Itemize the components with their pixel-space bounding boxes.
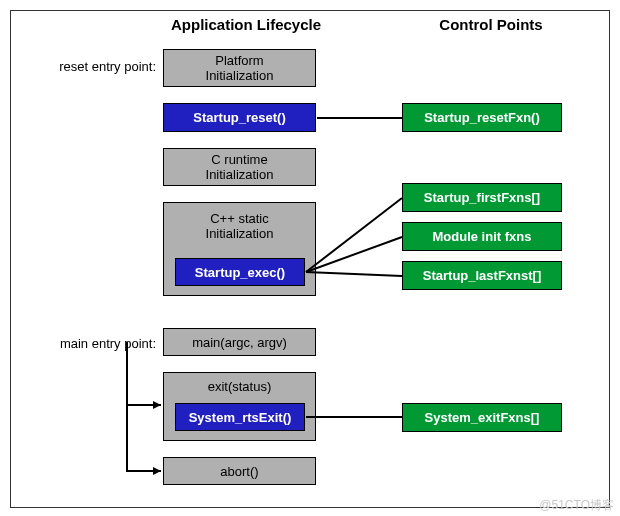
text-firstfxns: Startup_firstFxns[] — [424, 190, 540, 205]
box-resetfxn: Startup_resetFxn() — [402, 103, 562, 132]
diagram-frame: Application Lifecycle Control Points res… — [10, 10, 610, 508]
box-moduleinit: Module init fxns — [402, 222, 562, 251]
box-platform-init: Platform Initialization — [163, 49, 316, 87]
text-startup-exec: Startup_exec() — [195, 265, 285, 280]
text-system-rtsexit: System_rtsExit() — [189, 410, 292, 425]
diagram-canvas: Application Lifecycle Control Points res… — [0, 0, 620, 516]
svg-marker-5 — [153, 401, 161, 409]
text-abort: abort() — [220, 464, 258, 479]
col-header-lifecycle: Application Lifecycle — [136, 16, 356, 33]
label-main-entry: main entry point: — [11, 336, 156, 351]
box-lastfxnst: Startup_lastFxnst[] — [402, 261, 562, 290]
box-c-runtime: C runtime Initialization — [163, 148, 316, 186]
svg-line-2 — [306, 237, 402, 272]
box-startup-exec: Startup_exec() — [175, 258, 305, 286]
box-abort: abort() — [163, 457, 316, 485]
text-startup-reset: Startup_reset() — [193, 110, 285, 125]
svg-line-1 — [306, 198, 402, 272]
box-main: main(argc, argv) — [163, 328, 316, 356]
box-firstfxns: Startup_firstFxns[] — [402, 183, 562, 212]
box-exitfxns: System_exitFxns[] — [402, 403, 562, 432]
text-main: main(argc, argv) — [192, 335, 287, 350]
text-resetfxn: Startup_resetFxn() — [424, 110, 540, 125]
text-exitfxns: System_exitFxns[] — [425, 410, 540, 425]
svg-line-3 — [306, 272, 402, 276]
label-reset-entry: reset entry point: — [11, 59, 156, 74]
text-cpp-static: C++ static Initialization — [206, 211, 274, 241]
text-platform-init: Platform Initialization — [206, 53, 274, 83]
box-system-rtsexit: System_rtsExit() — [175, 403, 305, 431]
box-startup-reset: Startup_reset() — [163, 103, 316, 132]
text-lastfxnst: Startup_lastFxnst[] — [423, 268, 541, 283]
text-c-runtime: C runtime Initialization — [206, 152, 274, 182]
svg-marker-6 — [153, 467, 161, 475]
text-exit: exit(status) — [208, 379, 272, 394]
text-moduleinit: Module init fxns — [433, 229, 532, 244]
watermark: @51CTO博客 — [539, 497, 614, 514]
col-header-controls: Control Points — [411, 16, 571, 33]
